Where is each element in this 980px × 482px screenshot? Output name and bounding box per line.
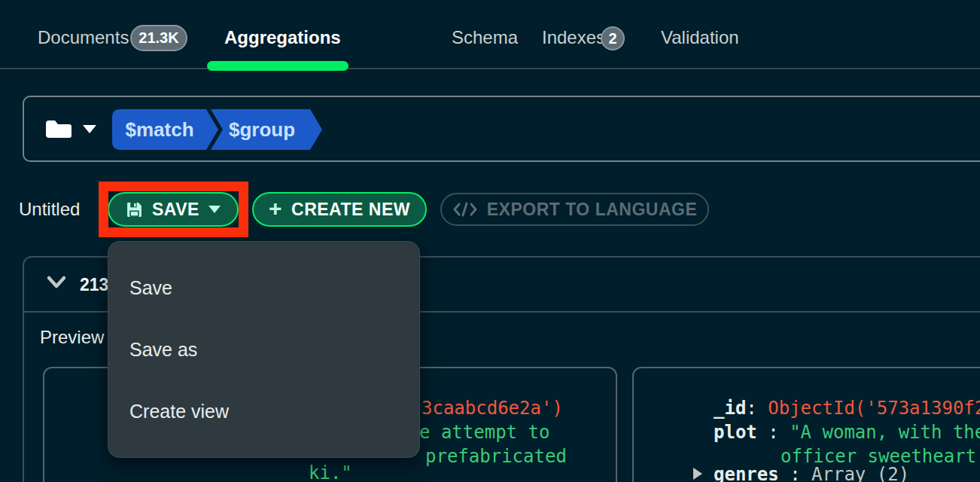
- doc-right-genres-line: genres : Array (2): [714, 463, 909, 482]
- documents-count-badge: 21.3K: [130, 25, 187, 51]
- doc-right-plot-line: plot : "A woman, with the: [714, 421, 980, 444]
- code-brackets-icon: [452, 201, 478, 218]
- doc-left-objectid-fragment: 3caabcd6e2a'): [422, 397, 563, 419]
- tab-schema[interactable]: Schema: [452, 27, 518, 48]
- tabbar-divider: [0, 68, 980, 69]
- chevron-down-icon: [83, 125, 96, 133]
- save-floppy-icon: [126, 201, 143, 218]
- save-caret-down-icon: [208, 206, 221, 213]
- create-new-button[interactable]: + CREATE NEW: [252, 192, 427, 227]
- export-to-language-button[interactable]: EXPORT TO LANGUAGE: [440, 193, 709, 226]
- menu-item-save-as[interactable]: Save as: [108, 319, 419, 380]
- field-sep: :: [757, 422, 790, 443]
- export-button-label: EXPORT TO LANGUAGE: [487, 200, 698, 220]
- tab-documents[interactable]: Documents: [38, 27, 129, 48]
- plus-icon: +: [269, 197, 282, 220]
- menu-item-save[interactable]: Save: [108, 257, 419, 319]
- field-key-id: _id: [714, 398, 746, 419]
- doc-left-plot-fragment-3: ki.": [309, 462, 352, 482]
- pipeline-stages: $match $group: [111, 108, 325, 151]
- save-button-label: SAVE: [152, 200, 199, 220]
- field-key-genres: genres: [714, 464, 779, 482]
- preview-label: Preview: [40, 327, 104, 348]
- field-sep: :: [746, 398, 768, 419]
- collapse-chevron-icon[interactable]: [45, 275, 68, 290]
- menu-item-create-view[interactable]: Create view: [108, 380, 419, 442]
- field-value-array: Array (2): [811, 464, 909, 482]
- tab-aggregations[interactable]: Aggregations: [224, 27, 341, 48]
- saved-pipelines-dropdown[interactable]: [44, 116, 102, 142]
- folder-icon: [44, 118, 74, 139]
- doc-left-plot-fragment-2: prefabricated: [425, 445, 567, 468]
- active-tab-underline: [207, 61, 348, 71]
- save-button[interactable]: SAVE: [108, 192, 239, 227]
- tab-validation[interactable]: Validation: [661, 27, 739, 48]
- expand-array-icon[interactable]: [693, 468, 702, 480]
- field-key-plot: plot: [714, 422, 757, 443]
- pipeline-name-label: Untitled: [19, 199, 80, 220]
- doc-left-plot-fragment-1: e attempt to: [419, 421, 549, 444]
- create-new-button-label: CREATE NEW: [291, 200, 410, 220]
- indexes-count-badge: 2: [601, 26, 625, 50]
- stage-group-label: $group: [229, 118, 295, 141]
- documents-count-text: 213: [80, 275, 108, 295]
- field-value-plot: "A woman, with the: [790, 422, 980, 443]
- compass-collection-view: Documents 21.3K Aggregations Schema Inde…: [0, 0, 980, 482]
- tab-indexes[interactable]: Indexes: [542, 27, 605, 48]
- field-sep: :: [779, 464, 811, 482]
- save-dropdown-menu: Save Save as Create view: [108, 241, 420, 458]
- doc-right-id-line: _id: ObjectId('573a1390f2: [714, 397, 980, 419]
- field-value-objectid: ObjectId('573a1390f2: [768, 398, 980, 419]
- stage-match-label: $match: [125, 118, 193, 141]
